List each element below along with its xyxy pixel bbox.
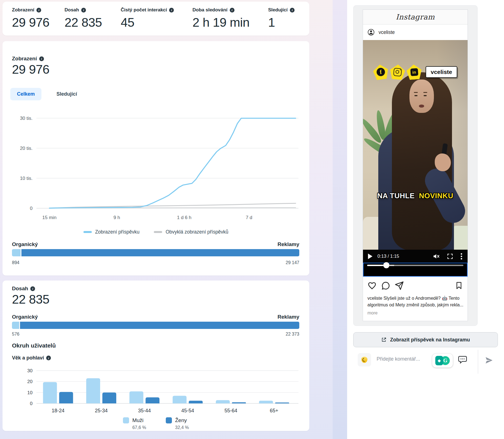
social-badges-row: f in vceliste — [363, 65, 468, 80]
organic-bar-segment — [12, 249, 21, 256]
legend-swatch — [166, 417, 172, 423]
external-link-icon — [381, 337, 387, 343]
tab-sledujici[interactable]: Sledující — [50, 88, 84, 100]
writing-assistant-widget[interactable]: ◆ G — [432, 354, 453, 368]
organic-bar-segment — [12, 322, 19, 329]
views-tabs: Celkem Sledující — [10, 88, 84, 100]
tab-celkem[interactable]: Celkem — [10, 88, 41, 100]
stat-value: 1 — [268, 15, 309, 30]
views-card-title-row: Zobrazení — [12, 56, 44, 62]
comment-icon[interactable] — [381, 281, 390, 290]
info-icon[interactable] — [46, 356, 51, 360]
comment-bubble-icon[interactable] — [458, 355, 467, 364]
legend-men: Muži 67,6 % — [123, 417, 146, 430]
instagram-embed-frame: Instagram vceliste — [363, 9, 468, 321]
legend-label: Zobrazení příspěvku — [95, 229, 140, 235]
post-preview-card: Instagram vceliste — [353, 5, 478, 326]
audience-title: Okruh uživatelů — [12, 342, 56, 349]
face-brow — [414, 92, 418, 93]
video-player[interactable]: f in vceliste NA TUHLE NOVINKU — [363, 40, 468, 250]
send-icon[interactable] — [485, 356, 493, 365]
linkedin-icon: in — [410, 68, 418, 76]
svg-text:0: 0 — [30, 206, 33, 211]
person-hand — [435, 153, 451, 171]
organic-value: 894 — [12, 260, 19, 265]
caption-white: NA TUHLE — [377, 192, 414, 200]
instagram-logo: Instagram — [396, 13, 435, 21]
svg-text:30: 30 — [27, 368, 33, 373]
svg-text:30 tis.: 30 tis. — [20, 116, 33, 121]
linkedin-badge: in — [406, 64, 423, 80]
facebook-icon: f — [376, 67, 386, 77]
face-mouth — [419, 105, 424, 108]
svg-text:1 d 6 h: 1 d 6 h — [177, 215, 191, 220]
comment-composer: ◆ G — [347, 350, 504, 374]
stat-value: 45 — [121, 15, 192, 30]
line-chart-legend: Zobrazení příspěvku Obvyklá zobrazení př… — [3, 229, 309, 235]
age-chart-svg: 010203018-2425-3435-4445-5455-6465+ — [12, 364, 299, 416]
ads-bar-segment — [20, 322, 299, 329]
svg-text:7 d: 7 d — [246, 215, 252, 220]
person-icon — [367, 29, 375, 36]
caption-yellow-text: NOVINKU — [419, 192, 453, 200]
info-icon[interactable] — [169, 8, 174, 13]
mute-icon[interactable] — [433, 253, 440, 260]
age-chart-legend: Muži 67,6 % Ženy 32,4 % — [3, 417, 309, 430]
men-percentage: 67,6 % — [132, 425, 146, 430]
legend-women: Ženy 32,4 % — [166, 417, 189, 430]
username[interactable]: vceliste — [379, 29, 395, 35]
views-split-values: 894 29 147 — [12, 260, 299, 265]
pillow — [453, 226, 468, 250]
stat-views: Zobrazení 29 976 — [12, 7, 65, 30]
stat-value: 29 976 — [12, 15, 65, 30]
svg-text:18-24: 18-24 — [52, 408, 65, 413]
svg-text:9 h: 9 h — [113, 215, 120, 220]
age-gender-title-row: Věk a pohlaví — [12, 355, 51, 361]
fullscreen-icon[interactable] — [447, 253, 453, 259]
open-on-instagram-button[interactable]: Zobrazit příspěvek na Instagramu — [353, 332, 498, 347]
legend-label: Ženy — [175, 417, 187, 423]
reach-split-values: 576 22 373 — [12, 332, 299, 337]
info-icon[interactable] — [290, 8, 295, 13]
post-actions-row — [363, 277, 468, 294]
instagram-icon — [393, 68, 402, 76]
info-icon[interactable] — [230, 8, 234, 13]
progress-track[interactable] — [367, 265, 463, 266]
info-icon[interactable] — [36, 8, 41, 13]
panel-gap-gradient — [333, 0, 347, 439]
face-eye — [414, 95, 417, 96]
caption-more-link[interactable]: more — [367, 310, 463, 316]
like-icon[interactable] — [367, 281, 377, 290]
stat-label: Čistý počet interakcí — [121, 7, 167, 13]
username-row[interactable]: vceliste — [363, 24, 468, 40]
play-button[interactable] — [368, 254, 372, 259]
info-icon[interactable] — [81, 8, 86, 13]
stat-value: 22 835 — [65, 15, 121, 30]
stat-reach: Dosah 22 835 — [65, 7, 121, 30]
info-icon[interactable] — [39, 56, 44, 61]
info-icon[interactable] — [30, 286, 35, 291]
svg-text:20 tis.: 20 tis. — [20, 146, 33, 151]
top-stats-card: Zobrazení 29 976 Dosah 22 835 Čistý poče… — [3, 2, 309, 36]
legend-label: Muži — [132, 417, 144, 423]
stat-label: Sledující — [268, 7, 288, 13]
video-progress-bar[interactable] — [363, 263, 468, 277]
stat-label: Doba sledování — [192, 7, 228, 13]
stat-value: 2 h 19 min — [192, 15, 268, 30]
views-card: Zobrazení 29 976 Celkem Sledující 30 tis… — [3, 41, 309, 276]
svg-text:45-54: 45-54 — [181, 408, 194, 413]
svg-text:20: 20 — [27, 379, 33, 384]
svg-text:35-44: 35-44 — [138, 408, 151, 413]
progress-handle[interactable] — [383, 262, 389, 268]
more-options-icon[interactable] — [460, 253, 463, 260]
legend-swatch — [83, 231, 92, 233]
bookmark-icon[interactable] — [455, 281, 463, 290]
views-card-value: 29 976 — [12, 62, 50, 77]
svg-text:15 min: 15 min — [42, 215, 56, 220]
svg-text:10: 10 — [27, 390, 33, 395]
instagram-header: Instagram — [363, 10, 468, 24]
share-icon[interactable] — [395, 281, 404, 290]
face-brow — [423, 92, 427, 93]
comment-input[interactable] — [376, 356, 441, 362]
svg-text:65+: 65+ — [270, 408, 278, 413]
